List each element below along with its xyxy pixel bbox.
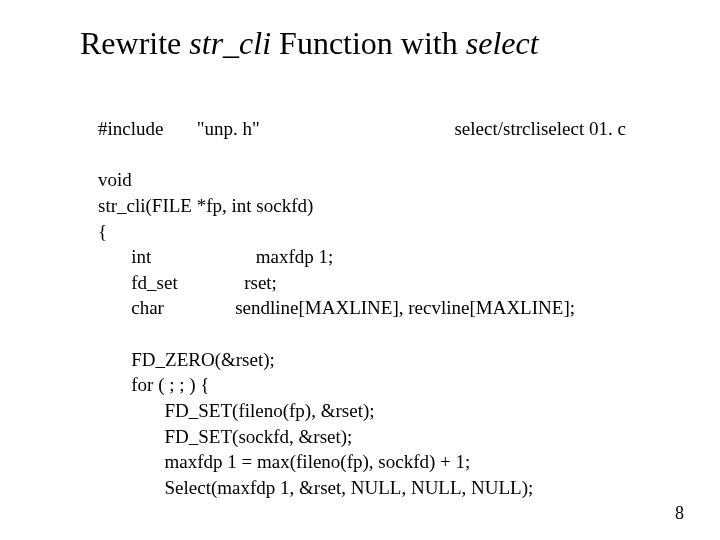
code-line: for ( ; ; ) { xyxy=(131,374,209,395)
code-var: rset; xyxy=(244,272,277,293)
code-line: FD_SET(sockfd, &rset); xyxy=(165,426,353,447)
code-type: char xyxy=(131,297,164,318)
code-type: fd_set xyxy=(131,272,177,293)
code-line: void xyxy=(98,169,132,190)
code-line: FD_ZERO(&rset); xyxy=(131,349,275,370)
code-var: sendline[MAXLINE], recvline[MAXLINE]; xyxy=(235,297,575,318)
source-file-label: select/strcliselect 01. c xyxy=(454,118,625,139)
title-tail: select xyxy=(466,25,539,61)
include-header: "unp. h" xyxy=(197,118,260,139)
code-line: FD_SET(fileno(fp), &rset); xyxy=(165,400,375,421)
title-prefix: Rewrite xyxy=(80,25,189,61)
include-keyword: #include xyxy=(98,118,163,139)
title-mid: Function with xyxy=(271,25,466,61)
code-line: maxfdp 1 = max(fileno(fp), sockfd) + 1; xyxy=(165,451,471,472)
page-number: 8 xyxy=(675,503,684,524)
slide-title: Rewrite str_cli Function with select xyxy=(80,24,680,62)
slide: Rewrite str_cli Function with select #in… xyxy=(0,0,720,540)
code-line: str_cli(FILE *fp, int sockfd) xyxy=(98,195,313,216)
code-line: { xyxy=(98,221,107,242)
title-ident: str_cli xyxy=(189,25,271,61)
code-line: Select(maxfdp 1, &rset, NULL, NULL, NULL… xyxy=(165,477,534,498)
code-type: int xyxy=(131,246,151,267)
code-block: #include "unp. h" select/strcliselect 01… xyxy=(98,116,660,501)
code-var: maxfdp 1; xyxy=(256,246,334,267)
